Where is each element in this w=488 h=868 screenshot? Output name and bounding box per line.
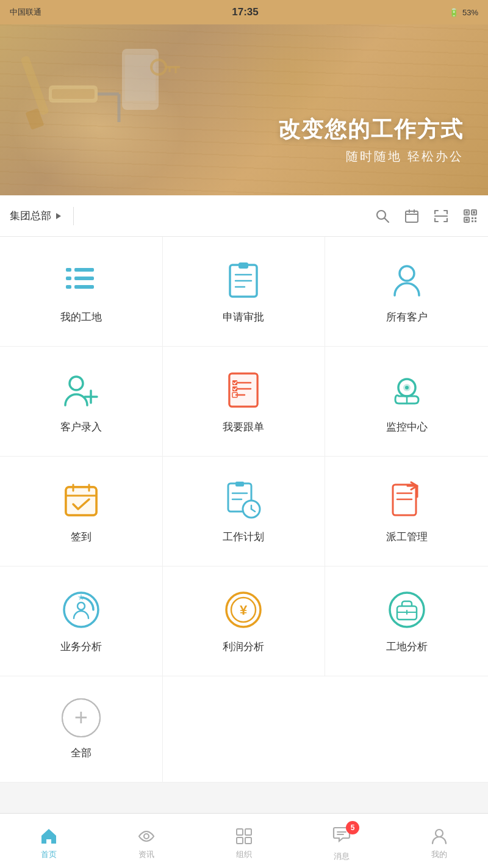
menu-more-row: + 全部 <box>0 676 488 783</box>
eye-icon <box>137 827 156 845</box>
status-carrier: 中国联通 <box>10 7 41 18</box>
svg-rect-26 <box>475 217 476 219</box>
svg-point-83 <box>144 834 149 839</box>
svg-rect-14 <box>406 211 418 222</box>
menu-label-all-clients: 所有客户 <box>386 310 428 324</box>
svg-point-74 <box>77 602 85 610</box>
menu-item-profit-analysis[interactable]: ¥ 利润分析 <box>163 566 326 676</box>
menu-item-my-site[interactable]: 我的工地 <box>0 237 163 347</box>
menu-label-client-entry: 客户录入 <box>60 420 102 434</box>
calendar-icon[interactable] <box>404 208 420 224</box>
user-chart-icon <box>60 588 102 631</box>
svg-point-41 <box>70 377 83 390</box>
checklist-icon <box>222 369 265 411</box>
svg-rect-31 <box>74 277 94 280</box>
svg-point-55 <box>405 386 409 389</box>
plus-circle-icon: + <box>62 698 101 737</box>
hero-subtitle: 随时随地 轻松办公 <box>278 148 464 165</box>
hero-banner: 改变您的工作方式 随时随地 轻松办公 <box>0 24 488 195</box>
menu-label-profit-analysis: 利润分析 <box>223 640 264 654</box>
svg-rect-30 <box>66 268 71 272</box>
svg-rect-1 <box>52 89 95 99</box>
svg-rect-27 <box>472 220 473 222</box>
person-icon <box>386 259 428 302</box>
menu-item-all-clients[interactable]: 所有客户 <box>325 237 488 347</box>
menu-item-more[interactable]: + 全部 <box>0 676 163 782</box>
search-bar: 集团总部 <box>0 195 488 237</box>
company-label: 集团总部 <box>10 209 51 223</box>
svg-rect-22 <box>473 211 475 214</box>
svg-rect-29 <box>74 268 94 272</box>
nav-item-mine[interactable]: 我的 <box>390 822 488 860</box>
nav-label-mine: 我的 <box>431 849 447 860</box>
user-icon <box>430 827 448 845</box>
svg-rect-25 <box>472 217 473 219</box>
menu-label-dispatch: 派工管理 <box>386 530 428 544</box>
search-divider <box>73 207 74 225</box>
svg-rect-28 <box>475 220 476 222</box>
svg-rect-58 <box>66 487 96 515</box>
svg-rect-34 <box>66 285 71 289</box>
task-clock-icon <box>222 479 265 521</box>
menu-item-work-plan[interactable]: 工作计划 <box>163 457 326 566</box>
menu-item-follow-order[interactable]: 我要跟单 <box>163 347 326 457</box>
svg-rect-85 <box>245 829 251 835</box>
menu-item-dispatch[interactable]: 派工管理 <box>325 457 488 566</box>
grid-icon <box>235 827 253 845</box>
qr-icon[interactable] <box>462 208 478 224</box>
hero-title: 改变您的工作方式 <box>278 115 464 145</box>
nav-item-news[interactable]: 资讯 <box>98 822 195 860</box>
share-doc-icon <box>386 479 428 521</box>
menu-label-monitor-center: 监控中心 <box>386 420 428 434</box>
svg-rect-36 <box>239 262 248 269</box>
svg-point-90 <box>436 830 443 837</box>
menu-label-site-analysis: 工地分析 <box>386 640 428 654</box>
list-icon <box>60 259 102 302</box>
svg-rect-84 <box>237 829 243 835</box>
svg-rect-20 <box>465 211 468 214</box>
svg-rect-24 <box>465 219 468 221</box>
nav-item-home[interactable]: 首页 <box>0 822 98 860</box>
camera-icon <box>386 369 428 411</box>
site-chart-icon <box>386 588 428 631</box>
svg-rect-86 <box>237 837 243 844</box>
nav-label-org: 组织 <box>236 849 252 860</box>
menu-label-work-plan: 工作计划 <box>223 530 264 544</box>
menu-label-biz-analysis: 业务分析 <box>60 640 102 654</box>
menu-item-sign-in[interactable]: 签到 <box>0 457 163 566</box>
menu-label-follow-order: 我要跟单 <box>223 420 264 434</box>
scan-icon[interactable] <box>433 208 449 224</box>
nav-item-message[interactable]: 5 消息 <box>293 820 390 862</box>
menu-label-more: 全部 <box>71 746 92 760</box>
svg-rect-87 <box>245 837 251 844</box>
menu-item-apply-approve[interactable]: 申请审批 <box>163 237 326 347</box>
svg-marker-75 <box>77 594 84 601</box>
svg-rect-33 <box>74 285 94 289</box>
chat-icon: 5 <box>332 825 351 847</box>
nav-label-home: 首页 <box>41 849 57 860</box>
menu-item-biz-analysis[interactable]: 业务分析 <box>0 566 163 676</box>
svg-rect-4 <box>20 56 49 116</box>
svg-text:¥: ¥ <box>240 602 248 618</box>
menu-label-apply-approve: 申请审批 <box>223 310 264 324</box>
menu-label-sign-in: 签到 <box>71 530 92 544</box>
home-icon <box>40 827 58 845</box>
nav-item-org[interactable]: 组织 <box>195 822 293 860</box>
company-dropdown-arrow <box>56 213 61 219</box>
person-add-icon <box>60 369 102 411</box>
status-bar: 中国联通 17:35 🔋 53% <box>0 0 488 24</box>
bottom-nav: 首页 资讯 组织 <box>0 813 488 868</box>
svg-rect-7 <box>125 55 156 101</box>
message-badge: 5 <box>346 821 359 834</box>
status-time: 17:35 <box>232 6 258 18</box>
menu-item-client-entry[interactable]: 客户录入 <box>0 347 163 457</box>
hero-text: 改变您的工作方式 随时随地 轻松办公 <box>278 115 488 195</box>
menu-grid: 我的工地 申请审批 所有客户 <box>0 237 488 676</box>
menu-item-site-analysis[interactable]: 工地分析 <box>325 566 488 676</box>
search-company[interactable]: 集团总部 <box>10 209 61 223</box>
menu-item-monitor-center[interactable]: 监控中心 <box>325 347 488 457</box>
menu-label-my-site: 我的工地 <box>60 310 102 324</box>
status-battery: 🔋 53% <box>449 8 478 17</box>
search-icon[interactable] <box>375 208 390 224</box>
calendar-check-icon <box>60 479 102 521</box>
